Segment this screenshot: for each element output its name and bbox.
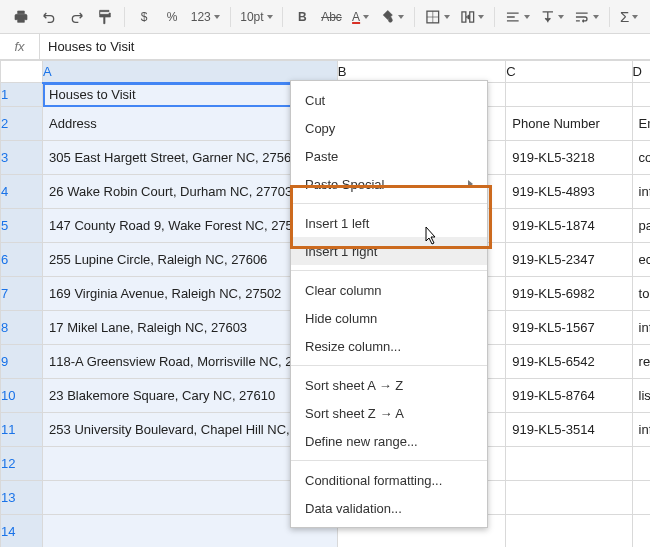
row-header[interactable]: 13 (1, 481, 43, 515)
menu-paste[interactable]: Paste (291, 142, 487, 170)
number-format-dropdown[interactable]: 123 (187, 4, 224, 30)
menu-separator (291, 203, 487, 204)
toolbar: $ % 123 10pt B Abc A Σ (0, 0, 650, 34)
menu-sort-za[interactable]: Sort sheet Z → A (291, 399, 487, 427)
menu-define-range[interactable]: Define new range... (291, 427, 487, 455)
cell[interactable] (506, 481, 632, 515)
menu-label: Paste Special (305, 177, 385, 192)
menu-cut[interactable]: Cut (291, 86, 487, 114)
functions-dropdown[interactable]: Σ (616, 4, 642, 30)
fill-color-dropdown[interactable] (376, 4, 409, 30)
bold-label: B (298, 10, 307, 24)
cell[interactable]: 919-KL5-3514 (506, 413, 632, 447)
text-color-dropdown[interactable]: A (348, 4, 374, 30)
cell[interactable] (506, 515, 632, 548)
row-header[interactable]: 4 (1, 175, 43, 209)
menu-label: Clear column (305, 283, 382, 298)
cell[interactable] (632, 83, 650, 107)
cell[interactable]: 919-KL5-2347 (506, 243, 632, 277)
sigma-icon: Σ (620, 8, 629, 25)
menu-label: Copy (305, 121, 335, 136)
row-header[interactable]: 12 (1, 447, 43, 481)
menu-insert-right[interactable]: Insert 1 right (291, 237, 487, 265)
cell[interactable]: partners@h (632, 209, 650, 243)
column-header-c[interactable]: C (506, 61, 632, 83)
row-header[interactable]: 14 (1, 515, 43, 548)
valign-icon (540, 9, 556, 25)
cell[interactable]: 919-KL5-1874 (506, 209, 632, 243)
row-header[interactable]: 2 (1, 107, 43, 141)
cell[interactable] (506, 447, 632, 481)
cell[interactable]: Email (632, 107, 650, 141)
menu-conditional-formatting[interactable]: Conditional formatting... (291, 466, 487, 494)
cell[interactable]: tom@boyla (632, 277, 650, 311)
menu-separator (291, 270, 487, 271)
print-button[interactable] (8, 4, 34, 30)
menu-separator (291, 460, 487, 461)
print-icon (13, 9, 29, 25)
cell[interactable]: info@glena (632, 311, 650, 345)
merge-dropdown[interactable] (456, 4, 489, 30)
cell[interactable] (506, 83, 632, 107)
cell[interactable]: 919-KL5-4893 (506, 175, 632, 209)
row-header[interactable]: 8 (1, 311, 43, 345)
formula-input[interactable] (40, 34, 650, 59)
cell[interactable] (632, 515, 650, 548)
menu-clear-column[interactable]: Clear column (291, 276, 487, 304)
column-header-d[interactable]: D (632, 61, 650, 83)
undo-button[interactable] (36, 4, 62, 30)
chevron-right-icon (468, 180, 473, 188)
cell[interactable]: ecrealty@e (632, 243, 650, 277)
menu-copy[interactable]: Copy (291, 114, 487, 142)
menu-label: Hide column (305, 311, 377, 326)
wrap-dropdown[interactable] (570, 4, 603, 30)
cell[interactable]: 919-KL5-6542 (506, 345, 632, 379)
bold-button[interactable]: B (289, 4, 315, 30)
cell[interactable]: realty@hur (632, 345, 650, 379)
menu-insert-left[interactable]: Insert 1 left (291, 209, 487, 237)
row-header[interactable]: 7 (1, 277, 43, 311)
menu-data-validation[interactable]: Data validation... (291, 494, 487, 522)
row-header[interactable]: 5 (1, 209, 43, 243)
currency-button[interactable]: $ (131, 4, 157, 30)
row-header[interactable]: 9 (1, 345, 43, 379)
font-size-dropdown[interactable]: 10pt (237, 4, 277, 30)
cell[interactable] (632, 447, 650, 481)
cell[interactable]: contact@s (632, 141, 650, 175)
font-size-label: 10pt (240, 10, 263, 24)
row-header[interactable]: 1 (1, 83, 43, 107)
menu-label: Resize column... (305, 339, 401, 354)
strikethrough-button[interactable]: Abc (317, 4, 345, 30)
menu-resize-column[interactable]: Resize column... (291, 332, 487, 360)
row-header[interactable]: 3 (1, 141, 43, 175)
redo-button[interactable] (64, 4, 90, 30)
cell[interactable]: 919-KL5-8764 (506, 379, 632, 413)
menu-sort-az[interactable]: Sort sheet A → Z (291, 371, 487, 399)
valign-dropdown[interactable] (536, 4, 569, 30)
cell[interactable]: 919-KL5-6982 (506, 277, 632, 311)
row-header[interactable]: 6 (1, 243, 43, 277)
redo-icon (69, 9, 85, 25)
menu-paste-special[interactable]: Paste Special (291, 170, 487, 198)
row-header[interactable]: 10 (1, 379, 43, 413)
row-header[interactable]: 11 (1, 413, 43, 447)
cell[interactable]: 919-KL5-1567 (506, 311, 632, 345)
percent-button[interactable]: % (159, 4, 185, 30)
cell[interactable]: 919-KL5-3218 (506, 141, 632, 175)
halign-dropdown[interactable] (501, 4, 534, 30)
select-all-corner[interactable] (1, 61, 43, 83)
cell[interactable] (632, 481, 650, 515)
percent-label: % (167, 10, 178, 24)
fx-label: fx (0, 34, 40, 59)
cell[interactable]: info@leathe (632, 413, 650, 447)
menu-label: Sort sheet A → Z (305, 378, 403, 393)
menu-label: Define new range... (305, 434, 418, 449)
cell[interactable]: lisa@fmrea (632, 379, 650, 413)
paint-format-button[interactable] (92, 4, 118, 30)
borders-dropdown[interactable] (421, 4, 454, 30)
menu-label: Paste (305, 149, 338, 164)
menu-label: Sort sheet Z → A (305, 406, 404, 421)
cell[interactable]: info@preiss (632, 175, 650, 209)
menu-hide-column[interactable]: Hide column (291, 304, 487, 332)
cell[interactable]: Phone Number (506, 107, 632, 141)
